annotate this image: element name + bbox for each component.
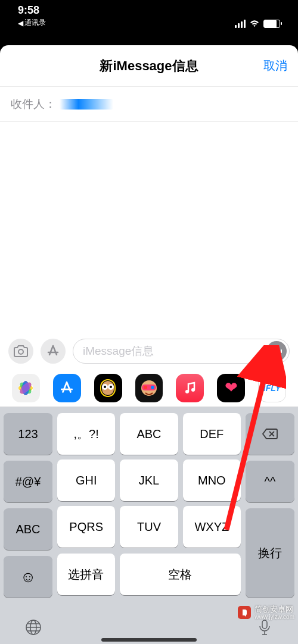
breadcrumb-label: 通讯录 [24,18,46,28]
imessage-app-strip[interactable]: ❤ iFLY [0,369,298,407]
page-title: 新iMessage信息 [100,57,198,75]
svg-point-12 [110,386,112,388]
cellular-signal-icon [235,20,246,28]
watermark-logo-icon [238,606,251,619]
cancel-button[interactable]: 取消 [263,58,287,74]
app-photos[interactable] [12,374,40,402]
key-space[interactable]: 空格 [120,554,241,595]
key-select-pinyin[interactable]: 选拼音 [57,554,115,595]
app-ifly[interactable]: iFLY [258,374,286,402]
status-bar: 9:58 ◀ 通讯录 [0,0,298,33]
delete-icon [262,428,278,440]
app-music[interactable] [176,374,204,402]
key-tuv[interactable]: TUV [120,506,178,548]
message-field[interactable] [73,339,290,364]
home-indicator[interactable] [101,638,197,642]
waveform-icon [271,347,282,355]
voice-message-button[interactable] [266,341,287,361]
dictation-button[interactable] [255,618,274,637]
memoji-icon [138,377,160,399]
key-return[interactable]: 换行 [246,508,294,598]
message-input-bar [0,333,298,369]
key-caret[interactable]: ^^ [246,461,294,502]
key-delete[interactable] [246,413,294,455]
recipient-label: 收件人： [11,96,56,112]
key-punct[interactable]: ,。?! [57,413,115,455]
key-symbols[interactable]: #@¥ [4,461,52,502]
app-digital-touch[interactable]: ❤ [217,374,245,402]
watermark: 简创安卓网 www.jylzw.com [238,605,294,620]
watermark-url: www.jylzw.com [254,614,294,620]
nav-bar: 新iMessage信息 取消 [0,45,298,87]
key-pqrs[interactable]: PQRS [57,506,115,548]
app-memoji-1[interactable] [94,374,122,402]
key-emoji[interactable]: ☺ [4,556,52,598]
wifi-icon [249,20,260,28]
svg-point-18 [191,388,195,392]
key-123[interactable]: 123 [4,413,52,455]
music-note-icon [183,381,197,395]
svg-rect-21 [262,620,267,629]
key-def[interactable]: DEF [183,413,241,455]
watermark-name: 简创安卓网 [254,605,294,614]
app-memoji-2[interactable] [135,374,163,402]
camera-icon [14,345,28,357]
globe-button[interactable] [24,618,43,637]
key-wxyz[interactable]: WXYZ [183,506,241,548]
ifly-label: iFLY [263,383,281,393]
key-jkl[interactable]: JKL [120,459,178,501]
app-appstore[interactable] [53,374,81,402]
svg-point-0 [18,349,23,354]
key-abc[interactable]: ABC [120,413,178,455]
camera-button[interactable] [8,339,33,364]
status-indicators [235,20,280,28]
status-time: 9:58 [18,4,46,17]
svg-point-15 [144,386,147,389]
key-mno[interactable]: MNO [183,459,241,501]
memoji-icon [97,377,119,399]
recipient-row[interactable]: 收件人： [0,87,298,122]
heart-icon: ❤ [225,379,238,397]
recipient-value-redacted [60,99,113,110]
chevron-left-icon: ◀ [18,19,23,27]
message-input[interactable] [83,345,262,358]
appstore-icon [46,344,60,358]
key-abc-mode[interactable]: ABC [4,508,52,550]
svg-point-17 [185,390,189,393]
svg-point-11 [104,386,106,388]
appstore-apps-button[interactable] [41,339,66,364]
battery-icon [263,20,280,28]
appstore-icon [59,380,74,396]
key-ghi[interactable]: GHI [57,459,115,501]
breadcrumb-back[interactable]: ◀ 通讯录 [18,18,46,28]
keyboard-footer [0,618,298,637]
photos-icon [15,378,36,398]
svg-point-16 [151,386,154,389]
